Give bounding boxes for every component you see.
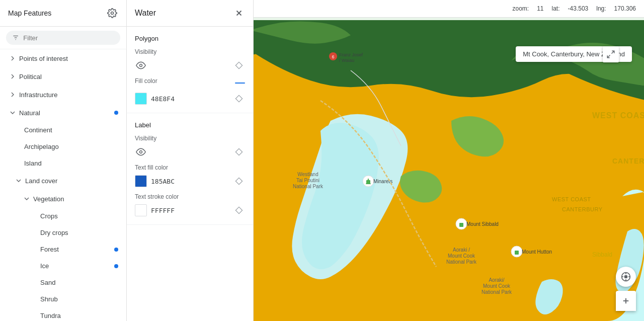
svg-text:Mount Sibbald: Mount Sibbald xyxy=(466,221,499,227)
svg-text:CANTERBURY: CANTERBURY xyxy=(562,206,603,212)
sidebar-item-dry-crops[interactable]: Dry crops xyxy=(0,224,126,241)
location-button[interactable] xyxy=(616,267,636,287)
sidebar-item-political[interactable]: Political xyxy=(0,67,126,86)
svg-text:Minarets: Minarets xyxy=(373,179,392,184)
svg-text:Tai Poutini: Tai Poutini xyxy=(296,178,319,183)
text-fill-swatch xyxy=(135,175,147,187)
sidebar-item-ice[interactable]: Ice xyxy=(0,258,126,274)
svg-marker-7 xyxy=(235,62,242,68)
text-stroke-label: Text stroke color xyxy=(135,193,245,200)
close-button[interactable] xyxy=(233,7,245,19)
dot-indicator xyxy=(114,248,118,252)
chevron-icon xyxy=(22,194,31,203)
map-topbar: zoom: 11 lat: -43.503 lng: 170.306 xyxy=(254,0,644,18)
sidebar-item-label: Sand xyxy=(40,279,118,286)
lng-value: 170.306 xyxy=(614,5,636,12)
text-fill-value: 185ABC xyxy=(151,178,175,185)
map-content[interactable]: WEST COAST CANTERBURY WEST COAST CANTERB… xyxy=(254,20,644,321)
text-fill-swatch-wrap[interactable]: 185ABC xyxy=(135,175,175,187)
visibility-label-label: Visibility xyxy=(135,135,245,142)
svg-text:Mount Hutton: Mount Hutton xyxy=(522,249,552,255)
visibility-eye-icon-label[interactable] xyxy=(135,146,147,158)
map-controls xyxy=(616,267,636,311)
lat-label: lat: xyxy=(552,5,560,12)
sidebar-item-label: Shrub xyxy=(40,295,118,303)
sidebar-item-island[interactable]: Island xyxy=(0,155,126,172)
text-fill-label: Text fill color xyxy=(135,164,245,171)
map-area[interactable]: zoom: 11 lat: -43.503 lng: 170.306 xyxy=(254,0,644,321)
sidebar-item-crops[interactable]: Crops xyxy=(0,208,126,224)
svg-marker-10 xyxy=(235,148,242,155)
label-section: Label Visibility Text fill color 185ABC xyxy=(127,113,253,225)
svg-point-9 xyxy=(140,151,142,153)
sidebar-item-archipelago[interactable]: Archipelago xyxy=(0,138,126,155)
svg-marker-8 xyxy=(235,95,242,102)
svg-text:Sibbald: Sibbald xyxy=(592,251,612,258)
svg-text:National Park: National Park xyxy=(293,184,324,189)
svg-text:Westland: Westland xyxy=(297,172,318,177)
svg-text:Aoraki/: Aoraki/ xyxy=(489,277,504,283)
label-title: Label xyxy=(135,121,245,129)
zoom-in-button[interactable] xyxy=(616,291,636,311)
fill-color-row: 48E8F4 xyxy=(135,93,245,105)
sidebar-list: Points of interest Political Infrastruct… xyxy=(0,49,126,321)
fullscreen-button[interactable] xyxy=(603,46,619,62)
sidebar-item-label: Political xyxy=(19,73,118,81)
svg-text:/ Waiau: / Waiau xyxy=(339,58,354,63)
svg-marker-12 xyxy=(235,207,242,213)
visibility-diamond-label[interactable] xyxy=(233,146,245,158)
sidebar-item-forest[interactable]: Forest xyxy=(0,241,126,258)
sidebar-title: Map Features xyxy=(8,9,51,17)
chevron-icon xyxy=(8,54,17,63)
svg-text:Mount Cook: Mount Cook xyxy=(483,283,511,289)
svg-text:Aoraki /: Aoraki / xyxy=(453,247,470,253)
fill-color-minus[interactable] xyxy=(235,83,245,84)
sidebar-item-label: Infrastructure xyxy=(19,91,118,99)
sidebar-item-label: Crops xyxy=(40,212,118,220)
sidebar-item-label: Dry crops xyxy=(40,229,118,236)
filter-input-wrap[interactable] xyxy=(6,31,120,45)
sidebar-item-points-of-interest[interactable]: Points of interest xyxy=(0,49,126,67)
svg-line-42 xyxy=(607,55,610,58)
sidebar-item-shrub[interactable]: Shrub xyxy=(0,291,126,307)
sidebar-item-continent[interactable]: Continent xyxy=(0,122,126,138)
polygon-title: Polygon xyxy=(135,35,245,42)
filter-input[interactable] xyxy=(23,34,114,42)
sidebar-item-tundra[interactable]: Tundra xyxy=(0,307,126,321)
sidebar-item-label: Vegetation xyxy=(33,195,118,203)
feature-panel-header: Water xyxy=(127,0,253,27)
text-stroke-diamond[interactable] xyxy=(233,204,245,216)
zoom-value: 11 xyxy=(537,5,543,12)
svg-text:Mount Cook: Mount Cook xyxy=(448,253,475,259)
sidebar-item-infrastructure[interactable]: Infrastructure xyxy=(0,86,126,104)
sidebar-item-label: Natural xyxy=(19,109,114,117)
svg-line-41 xyxy=(612,51,614,53)
sidebar-item-vegetation[interactable]: Vegetation xyxy=(0,190,126,208)
map-svg: WEST COAST CANTERBURY WEST COAST CANTERB… xyxy=(254,20,644,321)
filter-icon xyxy=(12,34,19,42)
fill-color-swatch xyxy=(135,93,147,105)
svg-rect-34 xyxy=(459,223,463,227)
sidebar: Map Features Points of interest xyxy=(0,0,127,321)
polygon-section: Polygon Visibility Fill color xyxy=(127,27,253,113)
sidebar-item-land-cover[interactable]: Land cover xyxy=(0,172,126,190)
text-stroke-color-row: FFFFFF xyxy=(135,204,245,216)
feature-panel: Water Polygon Visibility xyxy=(127,0,254,321)
sidebar-item-natural[interactable]: Natural xyxy=(0,104,126,122)
sidebar-item-sand[interactable]: Sand xyxy=(0,274,126,291)
lng-label: lng: xyxy=(596,5,606,12)
chevron-icon xyxy=(8,108,17,117)
text-stroke-swatch-wrap[interactable]: FFFFFF xyxy=(135,204,175,216)
settings-icon[interactable] xyxy=(106,7,118,19)
visibility-eye-icon-polygon[interactable] xyxy=(135,59,147,71)
svg-point-0 xyxy=(111,12,114,15)
svg-text:CANTERBURY: CANTERBURY xyxy=(612,157,644,165)
fill-color-swatch-wrap[interactable]: 48E8F4 xyxy=(135,93,175,105)
chevron-icon xyxy=(14,176,23,185)
text-fill-diamond[interactable] xyxy=(233,175,245,187)
sidebar-item-label: Land cover xyxy=(25,177,118,185)
zoom-label: zoom: xyxy=(512,5,529,12)
fill-color-diamond[interactable] xyxy=(233,93,245,105)
visibility-diamond-polygon[interactable] xyxy=(233,59,245,71)
svg-marker-11 xyxy=(235,178,242,184)
